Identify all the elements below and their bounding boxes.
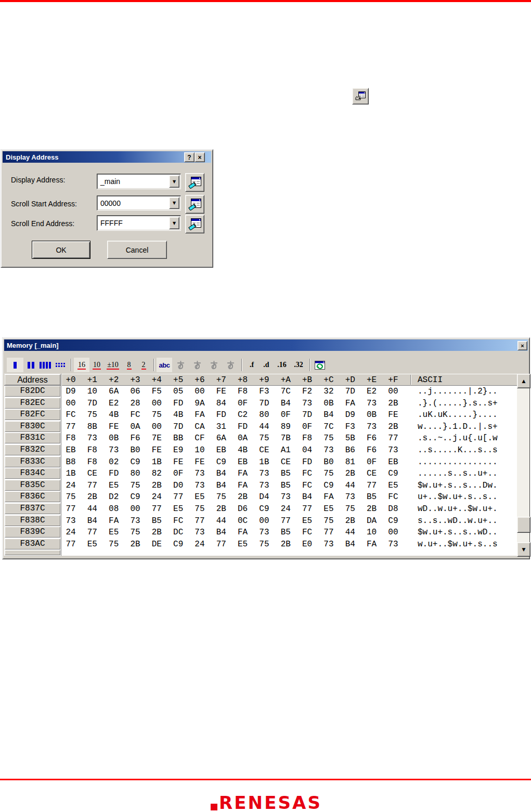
byte-cell[interactable]: 32 bbox=[319, 386, 338, 397]
chevron-down-icon[interactable]: ▼ bbox=[169, 175, 179, 188]
byte-cell[interactable]: 75 bbox=[126, 480, 145, 491]
byte-cell[interactable]: 73 bbox=[190, 468, 209, 479]
kana-a-2-button[interactable] bbox=[189, 358, 205, 372]
two-columns-icon[interactable] bbox=[23, 358, 38, 372]
byte-cell[interactable]: 73 bbox=[384, 539, 403, 550]
byte-cell[interactable]: 44 bbox=[341, 527, 359, 538]
byte-cell[interactable]: 00 bbox=[147, 421, 166, 433]
byte-cell[interactable]: FC bbox=[126, 409, 145, 421]
byte-cell[interactable]: FE bbox=[147, 444, 166, 456]
byte-cell[interactable]: 24 bbox=[61, 480, 80, 491]
byte-cell[interactable]: E5 bbox=[319, 503, 338, 515]
byte-cell[interactable]: 77 bbox=[319, 527, 338, 538]
byte-cell[interactable]: 75 bbox=[212, 491, 230, 503]
byte-cell[interactable]: 1B bbox=[147, 456, 166, 468]
byte-cell[interactable]: FA bbox=[105, 515, 123, 527]
byte-cell[interactable]: 06 bbox=[126, 386, 145, 397]
scroll-down-icon[interactable]: ▼ bbox=[517, 542, 530, 557]
byte-cell[interactable]: 8B bbox=[83, 421, 101, 433]
type-button-d[interactable]: .d bbox=[259, 358, 274, 372]
byte-cell[interactable]: 00 bbox=[61, 398, 80, 409]
byte-cell[interactable]: 73 bbox=[83, 433, 101, 444]
byte-cell[interactable]: E5 bbox=[190, 491, 209, 503]
byte-cell[interactable]: 00 bbox=[126, 503, 145, 515]
byte-cell[interactable]: C9 bbox=[169, 539, 188, 550]
byte-cell[interactable]: 4B bbox=[169, 409, 188, 421]
byte-cell[interactable]: 0A bbox=[126, 421, 145, 433]
byte-cell[interactable]: F8 bbox=[83, 456, 101, 468]
byte-cell[interactable]: 2B bbox=[212, 503, 230, 515]
radix-button-16[interactable]: 16 bbox=[74, 358, 89, 372]
byte-cell[interactable]: 73 bbox=[362, 421, 381, 433]
byte-cell[interactable]: FD bbox=[105, 468, 123, 479]
byte-cell[interactable]: 73 bbox=[362, 398, 381, 409]
byte-cell[interactable]: CF bbox=[190, 433, 209, 444]
byte-cell[interactable]: D4 bbox=[255, 491, 274, 503]
byte-cell[interactable]: 73 bbox=[255, 480, 274, 491]
byte-cell[interactable]: DA bbox=[362, 515, 381, 527]
byte-cell[interactable]: F3 bbox=[255, 386, 274, 397]
byte-cell[interactable]: CE bbox=[83, 468, 101, 479]
byte-cell[interactable]: F8 bbox=[234, 386, 252, 397]
byte-cell[interactable]: FE bbox=[212, 386, 230, 397]
byte-cell[interactable]: 00 bbox=[190, 386, 209, 397]
byte-cell[interactable]: 73 bbox=[255, 527, 274, 538]
byte-cell[interactable]: F8 bbox=[298, 433, 317, 444]
byte-cell[interactable]: D0 bbox=[169, 480, 188, 491]
byte-cell[interactable]: 2B bbox=[276, 539, 295, 550]
byte-cell[interactable]: C2 bbox=[234, 409, 252, 421]
byte-cell[interactable]: 84 bbox=[212, 398, 230, 409]
byte-cell[interactable]: 89 bbox=[276, 421, 295, 433]
byte-cell[interactable]: 2B bbox=[362, 503, 381, 515]
byte-cell[interactable]: 2B bbox=[341, 515, 359, 527]
byte-cell[interactable]: 75 bbox=[255, 539, 274, 550]
byte-cell[interactable]: 04 bbox=[298, 444, 317, 456]
byte-cell[interactable]: FC bbox=[169, 515, 188, 527]
byte-cell[interactable]: CA bbox=[190, 421, 209, 433]
dialog-titlebar[interactable]: Display Address bbox=[3, 151, 211, 163]
byte-cell[interactable]: 6A bbox=[212, 433, 230, 444]
byte-cell[interactable]: 77 bbox=[212, 539, 230, 550]
byte-cell[interactable]: 7D bbox=[341, 386, 359, 397]
byte-cell[interactable]: B5 bbox=[362, 491, 381, 503]
four-columns-icon[interactable] bbox=[38, 358, 53, 372]
byte-cell[interactable]: E5 bbox=[105, 480, 123, 491]
byte-cell[interactable]: 2B bbox=[234, 491, 252, 503]
byte-cell[interactable]: F8 bbox=[61, 433, 80, 444]
byte-cell[interactable]: B4 bbox=[298, 491, 317, 503]
byte-cell[interactable]: F6 bbox=[362, 433, 381, 444]
byte-cell[interactable]: FC bbox=[298, 527, 317, 538]
byte-cell[interactable]: 77 bbox=[298, 503, 317, 515]
byte-cell[interactable]: C9 bbox=[384, 515, 403, 527]
byte-cell[interactable]: FD bbox=[298, 456, 317, 468]
byte-cell[interactable]: 00 bbox=[255, 515, 274, 527]
byte-cell[interactable]: FE bbox=[384, 409, 403, 421]
byte-cell[interactable]: 2B bbox=[384, 398, 403, 409]
byte-cell[interactable]: 5B bbox=[341, 433, 359, 444]
byte-cell[interactable]: 2B bbox=[384, 421, 403, 433]
byte-cell[interactable]: F6 bbox=[126, 433, 145, 444]
byte-cell[interactable]: 73 bbox=[255, 468, 274, 479]
display-address-toolbar-button[interactable] bbox=[352, 88, 369, 104]
byte-cell[interactable]: 2B bbox=[147, 480, 166, 491]
ok-button[interactable]: OK bbox=[32, 241, 90, 259]
byte-cell[interactable]: 77 bbox=[83, 480, 101, 491]
byte-cell[interactable]: 6A bbox=[105, 386, 123, 397]
byte-cell[interactable]: 75 bbox=[190, 503, 209, 515]
byte-cell[interactable]: C9 bbox=[126, 456, 145, 468]
byte-cell[interactable]: 73 bbox=[298, 398, 317, 409]
byte-cell[interactable]: 0B bbox=[319, 398, 338, 409]
byte-cell[interactable]: F3 bbox=[341, 421, 359, 433]
byte-cell[interactable]: FA bbox=[190, 409, 209, 421]
byte-cell[interactable]: 81 bbox=[341, 456, 359, 468]
byte-cell[interactable]: 02 bbox=[105, 456, 123, 468]
byte-cell[interactable]: B6 bbox=[341, 444, 359, 456]
byte-cell[interactable]: 31 bbox=[212, 421, 230, 433]
kana-a-1-button[interactable] bbox=[172, 358, 189, 372]
byte-cell[interactable]: A1 bbox=[276, 444, 295, 456]
byte-cell[interactable]: 05 bbox=[169, 386, 188, 397]
byte-cell[interactable]: 75 bbox=[147, 409, 166, 421]
byte-cell[interactable]: 75 bbox=[319, 515, 338, 527]
byte-cell[interactable]: B4 bbox=[276, 398, 295, 409]
radix-button-10[interactable]: 10 bbox=[89, 358, 104, 372]
